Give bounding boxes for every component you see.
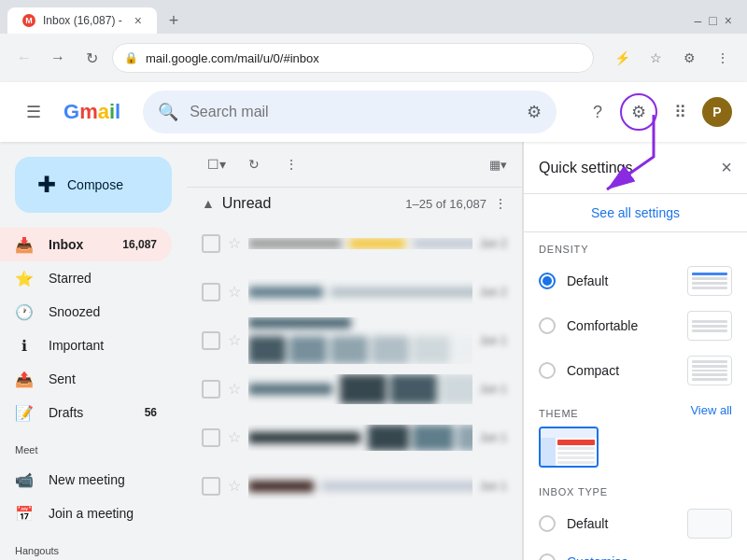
email-time: Jun 1: [480, 480, 507, 493]
select-all-button[interactable]: ☐▾: [202, 149, 232, 179]
density-compact-radio[interactable]: [539, 362, 556, 379]
expand-section-button[interactable]: ▲: [202, 196, 215, 211]
theme-line: [557, 456, 595, 459]
search-filter-icon[interactable]: ⚙: [527, 102, 542, 122]
help-button[interactable]: ?: [579, 93, 616, 131]
theme-line: [557, 461, 595, 464]
quick-settings-header: Quick settings ×: [524, 142, 747, 194]
preview-line: [692, 378, 727, 381]
table-row[interactable]: ☆ Jun 2: [187, 268, 522, 316]
browser-tab[interactable]: M Inbox (16,087) - ×: [7, 7, 157, 34]
email-checkbox[interactable]: [202, 234, 220, 253]
density-default-option[interactable]: Default: [524, 259, 747, 303]
browser-profile[interactable]: ⚙: [676, 45, 702, 71]
join-meeting-label: Join a meeting: [49, 506, 157, 521]
sidebar-item-sent[interactable]: 📤 Sent: [0, 362, 172, 396]
see-all-settings-container: See all settings: [524, 194, 747, 232]
see-all-settings-link[interactable]: See all settings: [591, 205, 680, 220]
settings-button[interactable]: ⚙: [620, 93, 657, 131]
column-selector[interactable]: ▦▾: [489, 158, 507, 172]
snoozed-icon: 🕐: [15, 303, 34, 321]
search-box[interactable]: 🔍 ⚙: [143, 91, 557, 133]
inbox-type-default-preview: [687, 509, 732, 539]
inbox-type-customise-option[interactable]: Customise: [524, 546, 747, 560]
search-input[interactable]: [190, 104, 515, 120]
star-icon[interactable]: ☆: [228, 477, 241, 495]
table-row[interactable]: ☆ Jun 2: [187, 219, 522, 268]
maximize-button[interactable]: □: [709, 13, 716, 28]
density-section-label: DENSITY: [524, 232, 747, 259]
density-compact-option[interactable]: Compact: [524, 348, 747, 393]
email-checkbox[interactable]: [202, 380, 220, 399]
meet-section-label: Meet: [0, 437, 187, 463]
sidebar-item-important[interactable]: ℹ Important: [0, 329, 172, 362]
star-icon[interactable]: ☆: [228, 380, 241, 398]
email-time: Jun 2: [480, 286, 507, 299]
apps-button[interactable]: ⠿: [661, 93, 698, 131]
sidebar-item-snoozed[interactable]: 🕐 Snoozed: [0, 295, 172, 329]
sidebar-item-new-meeting[interactable]: 📹 New meeting: [0, 463, 172, 497]
drafts-label: Drafts: [49, 405, 130, 420]
sidebar-item-join-meeting[interactable]: 📅 Join a meeting: [0, 497, 172, 530]
email-content: [248, 317, 472, 364]
density-preview-line1: [692, 273, 727, 275]
more-browser-options[interactable]: ⋮: [710, 45, 736, 71]
address-bar[interactable]: 🔒 mail.google.com/mail/u/0/#inbox: [112, 43, 594, 73]
hamburger-menu[interactable]: ☰: [15, 93, 52, 131]
density-comfortable-radio[interactable]: [539, 317, 556, 334]
section-more-options[interactable]: ⋮: [494, 196, 507, 211]
email-checkbox[interactable]: [202, 428, 220, 447]
theme-sidebar: [541, 438, 556, 466]
email-content: [248, 425, 472, 451]
new-meeting-label: New meeting: [49, 472, 157, 487]
new-tab-button[interactable]: +: [161, 7, 187, 34]
star-icon[interactable]: ☆: [228, 428, 241, 446]
inbox-type-customise-radio[interactable]: [539, 553, 556, 560]
minimize-button[interactable]: –: [695, 13, 702, 28]
more-options-button[interactable]: ⋮: [276, 149, 306, 179]
tab-close-button[interactable]: ×: [134, 13, 142, 28]
join-meeting-icon: 📅: [15, 505, 34, 523]
gmail-logo: Gmail: [63, 100, 120, 124]
refresh-email-button[interactable]: ↻: [239, 149, 269, 179]
back-button[interactable]: ←: [11, 45, 37, 71]
email-checkbox[interactable]: [202, 331, 220, 350]
theme-preview[interactable]: [539, 427, 599, 468]
density-comfortable-option[interactable]: Comfortable: [524, 303, 747, 348]
hangouts-section-label: Hangouts: [0, 538, 187, 560]
avatar[interactable]: P: [702, 97, 732, 127]
more-icon: ⋮: [285, 157, 298, 172]
table-row[interactable]: ☆ Jun 1: [187, 316, 522, 365]
bookmark-button[interactable]: ☆: [642, 45, 669, 71]
checkbox-icon: ☐▾: [207, 157, 226, 172]
star-icon[interactable]: ☆: [228, 234, 241, 252]
density-default-radio[interactable]: [539, 273, 556, 289]
inbox-type-default-option[interactable]: Default: [524, 501, 747, 546]
sidebar-item-starred[interactable]: ⭐ Starred: [0, 261, 172, 295]
email-checkbox[interactable]: [202, 283, 220, 301]
email-checkbox[interactable]: [202, 477, 220, 496]
forward-button[interactable]: →: [45, 45, 71, 71]
refresh-button[interactable]: ↻: [78, 45, 105, 71]
sidebar-item-inbox[interactable]: 📥 Inbox 16,087: [0, 228, 172, 261]
close-button[interactable]: ×: [725, 13, 732, 28]
density-preview-line3: [692, 282, 727, 285]
inbox-icon: 📥: [15, 236, 34, 254]
star-icon[interactable]: ☆: [228, 331, 241, 349]
quick-settings-close-button[interactable]: ×: [721, 157, 732, 178]
preview-line: [692, 329, 727, 332]
table-row[interactable]: ☆ Jun 1: [187, 413, 522, 462]
preview-line: [692, 365, 727, 368]
table-row[interactable]: ☆ Jun 1: [187, 462, 522, 511]
compose-button[interactable]: ✚ Compose: [15, 157, 172, 213]
star-icon[interactable]: ☆: [228, 283, 241, 301]
view-all-themes-link[interactable]: View all: [690, 403, 732, 417]
sidebar-item-drafts[interactable]: 📝 Drafts 56: [0, 396, 172, 429]
sent-label: Sent: [49, 371, 157, 386]
inbox-type-section-label: INBOX TYPE: [524, 475, 747, 501]
extensions-button[interactable]: ⚡: [609, 45, 635, 71]
table-row[interactable]: ☆ Jun 1: [187, 365, 522, 413]
compose-plus-icon: ✚: [37, 172, 56, 198]
inbox-type-default-radio[interactable]: [539, 515, 556, 532]
email-content: [248, 473, 472, 499]
